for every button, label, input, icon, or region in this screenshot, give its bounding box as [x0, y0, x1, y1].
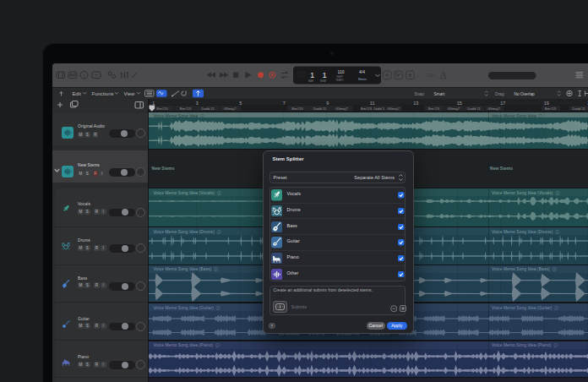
svg-text:1: 1 [310, 70, 314, 79]
svg-text:TEMPO: TEMPO [335, 79, 344, 82]
svg-text:Bmin: Bmin [358, 77, 368, 81]
svg-text:00: 00 [297, 70, 307, 79]
svg-text:110: 110 [338, 69, 345, 74]
svg-text:1234: 1234 [427, 74, 436, 78]
svg-text:Drag:: Drag: [495, 91, 505, 96]
svg-text:Functions: Functions [92, 90, 114, 96]
svg-text:BEAT: BEAT [320, 79, 327, 83]
svg-text:No Overlap: No Overlap [514, 91, 536, 96]
svg-text:1: 1 [323, 70, 327, 79]
svg-text:View: View [124, 90, 136, 96]
svg-text:Snap:: Snap: [415, 91, 426, 96]
svg-text:BAR: BAR [308, 79, 314, 83]
svg-text:KEEP: KEEP [337, 75, 343, 79]
svg-text:Edit: Edit [73, 90, 82, 96]
svg-text:Smart: Smart [434, 91, 445, 96]
svg-text:4/4: 4/4 [359, 69, 365, 74]
